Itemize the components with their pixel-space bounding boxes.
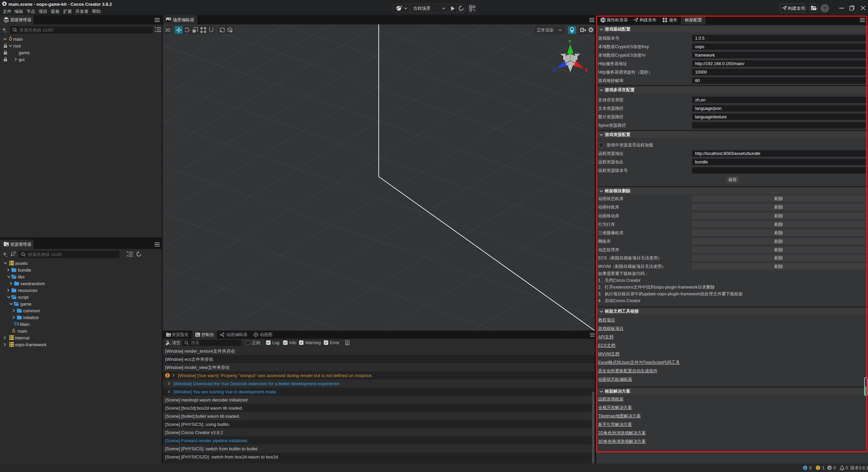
svg-text:X: X [585,67,588,73]
svg-text:Z: Z [553,67,556,73]
svg-text:Y: Y [568,39,572,44]
